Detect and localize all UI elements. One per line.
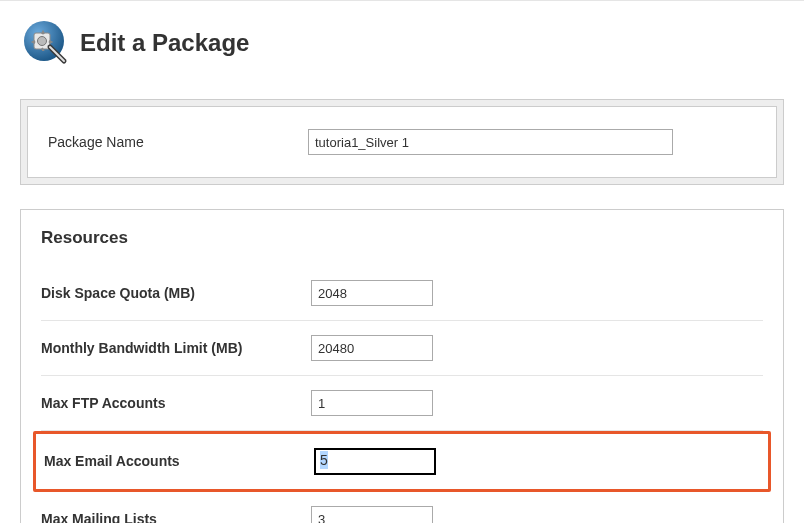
input-disk-quota[interactable] (311, 280, 433, 306)
input-email-accounts[interactable]: 5 (314, 448, 436, 475)
input-bandwidth[interactable] (311, 335, 433, 361)
label-mailing-lists: Max Mailing Lists (41, 510, 291, 523)
row-mailing-lists: Max Mailing Lists (41, 492, 763, 523)
package-gear-icon (20, 19, 68, 67)
input-mailing-lists[interactable] (311, 506, 433, 523)
label-email-accounts: Max Email Accounts (44, 452, 294, 471)
package-name-row: Package Name (48, 129, 756, 155)
label-disk-quota: Disk Space Quota (MB) (41, 284, 291, 303)
package-name-input[interactable] (308, 129, 673, 155)
input-ftp-accounts[interactable] (311, 390, 433, 416)
package-name-label: Package Name (48, 134, 288, 150)
label-bandwidth: Monthly Bandwidth Limit (MB) (41, 339, 291, 358)
resources-panel: Resources Disk Space Quota (MB) Monthly … (20, 209, 784, 523)
resources-title: Resources (41, 228, 763, 248)
row-email-accounts: Max Email Accounts 5 (44, 442, 760, 481)
svg-point-2 (38, 37, 47, 46)
row-disk-quota: Disk Space Quota (MB) (41, 266, 763, 321)
row-bandwidth: Monthly Bandwidth Limit (MB) (41, 321, 763, 376)
input-email-value: 5 (320, 451, 328, 469)
page-header: Edit a Package (20, 1, 784, 75)
page-title: Edit a Package (80, 29, 249, 57)
package-name-panel: Package Name (20, 99, 784, 185)
row-ftp-accounts: Max FTP Accounts (41, 376, 763, 431)
label-ftp-accounts: Max FTP Accounts (41, 394, 291, 413)
highlight-email-row: Max Email Accounts 5 (33, 431, 771, 492)
